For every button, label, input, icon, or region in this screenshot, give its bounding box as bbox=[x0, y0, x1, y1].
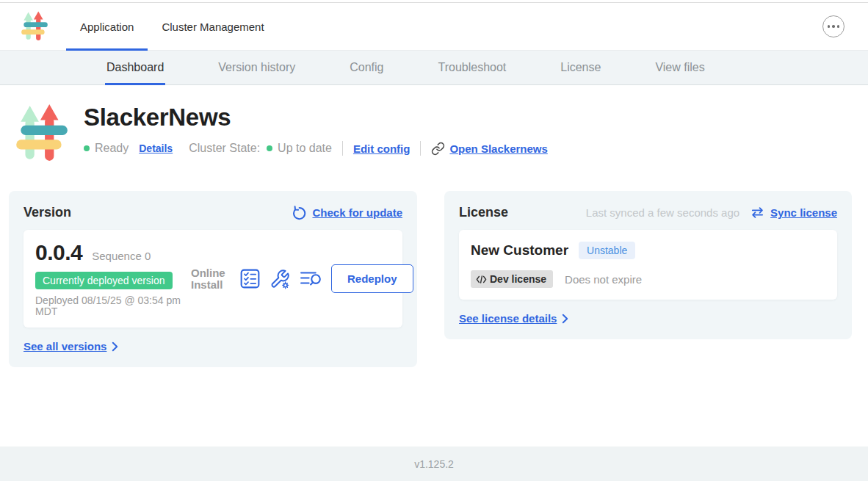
subtab-config[interactable]: Config bbox=[350, 51, 383, 84]
ready-status-dot-icon bbox=[84, 145, 90, 151]
page-title: SlackerNews bbox=[84, 104, 548, 131]
currently-deployed-badge: Currently deployed version bbox=[35, 272, 173, 289]
license-type-badge: Dev license bbox=[471, 270, 553, 288]
cluster-state-dot-icon bbox=[267, 145, 272, 151]
chevron-right-icon bbox=[562, 314, 568, 324]
version-card-title: Version bbox=[23, 205, 71, 220]
top-nav-tabs: Application Cluster Management bbox=[66, 3, 278, 50]
app-logo-large-icon bbox=[15, 102, 69, 167]
app-logo-icon bbox=[21, 10, 48, 45]
console-version: v1.125.2 bbox=[414, 458, 454, 470]
checklist-icon bbox=[240, 269, 260, 289]
tab-application-label: Application bbox=[80, 21, 134, 33]
logs-magnifier-icon bbox=[300, 270, 322, 289]
version-number: 0.0.4 bbox=[35, 240, 82, 265]
subtab-troubleshoot-label: Troubleshoot bbox=[438, 61, 506, 74]
cluster-state-value: Up to date bbox=[278, 142, 332, 155]
divider bbox=[342, 141, 343, 156]
see-license-details-label: See license details bbox=[459, 312, 557, 325]
license-card: License Last synced a few seconds ago Sy… bbox=[444, 191, 852, 339]
license-card-title: License bbox=[459, 205, 508, 220]
tab-cluster-management[interactable]: Cluster Management bbox=[148, 3, 278, 50]
check-for-update-link[interactable]: Check for update bbox=[292, 206, 402, 220]
subtab-troubleshoot[interactable]: Troubleshoot bbox=[438, 51, 506, 84]
edit-config-link[interactable]: Edit config bbox=[353, 142, 411, 155]
view-config-button[interactable] bbox=[270, 269, 290, 289]
check-for-update-label: Check for update bbox=[312, 206, 402, 219]
subtab-license-label: License bbox=[560, 61, 601, 74]
subtab-view-files-label: View files bbox=[655, 61, 704, 74]
preflight-checks-button[interactable] bbox=[240, 269, 260, 289]
code-brackets-icon bbox=[476, 275, 487, 283]
install-type-label: Online Install bbox=[191, 267, 231, 291]
subtab-config-label: Config bbox=[350, 61, 383, 74]
divider bbox=[420, 141, 421, 156]
redeploy-button[interactable]: Redeploy bbox=[331, 264, 413, 293]
subtab-dashboard-label: Dashboard bbox=[106, 61, 164, 74]
license-detail-panel: New Customer Unstable Dev license Does n… bbox=[459, 230, 837, 300]
tab-cluster-management-label: Cluster Management bbox=[162, 21, 264, 33]
ready-status-label: Ready bbox=[95, 142, 129, 155]
see-license-details-link[interactable]: See license details bbox=[459, 312, 837, 325]
console-footer: v1.125.2 bbox=[0, 446, 868, 481]
subtab-version-history[interactable]: Version history bbox=[218, 51, 295, 84]
see-all-versions-link[interactable]: See all versions bbox=[23, 340, 402, 352]
chain-link-icon bbox=[431, 142, 445, 156]
see-all-versions-label: See all versions bbox=[23, 340, 106, 352]
sync-arrows-icon bbox=[751, 206, 764, 219]
chevron-right-icon bbox=[112, 341, 118, 352]
open-app-link-label: Open Slackernews bbox=[449, 142, 547, 155]
ellipsis-icon bbox=[828, 25, 840, 28]
license-expiry: Does not expire bbox=[565, 273, 642, 286]
deployed-timestamp: Deployed 08/15/25 @ 03:54 pm MDT bbox=[35, 295, 186, 317]
refresh-icon bbox=[292, 206, 306, 220]
subtab-version-history-label: Version history bbox=[218, 61, 295, 74]
customer-name: New Customer bbox=[471, 242, 568, 258]
current-version-panel: 0.0.4 Sequence 0 Currently deployed vers… bbox=[23, 230, 402, 328]
subtab-dashboard[interactable]: Dashboard bbox=[106, 51, 164, 84]
wrench-gear-icon bbox=[270, 269, 290, 289]
tab-application[interactable]: Application bbox=[66, 3, 148, 50]
sequence-label: Sequence 0 bbox=[92, 250, 151, 262]
app-header: SlackerNews Ready Details Cluster State:… bbox=[0, 85, 868, 167]
sync-license-label: Sync license bbox=[770, 206, 837, 219]
details-link[interactable]: Details bbox=[139, 142, 173, 154]
license-type-label: Dev license bbox=[490, 273, 546, 285]
last-synced-label: Last synced a few seconds ago bbox=[586, 206, 739, 219]
subtab-view-files[interactable]: View files bbox=[655, 51, 704, 84]
app-status-row: Ready Details Cluster State: Up to date … bbox=[84, 141, 548, 156]
open-app-link[interactable]: Open Slackernews bbox=[431, 142, 547, 156]
cluster-state-label: Cluster State: bbox=[189, 142, 260, 155]
overflow-menu-button[interactable] bbox=[822, 15, 845, 37]
channel-badge: Unstable bbox=[579, 242, 635, 259]
deploy-logs-button[interactable] bbox=[300, 270, 322, 289]
main-nav: Application Cluster Management bbox=[0, 3, 868, 51]
app-sub-nav: Dashboard Version history Config Trouble… bbox=[0, 51, 868, 85]
subtab-license[interactable]: License bbox=[560, 51, 601, 84]
version-card: Version Check for update 0.0.4 Sequence … bbox=[9, 191, 417, 367]
sync-license-link[interactable]: Sync license bbox=[751, 206, 837, 219]
